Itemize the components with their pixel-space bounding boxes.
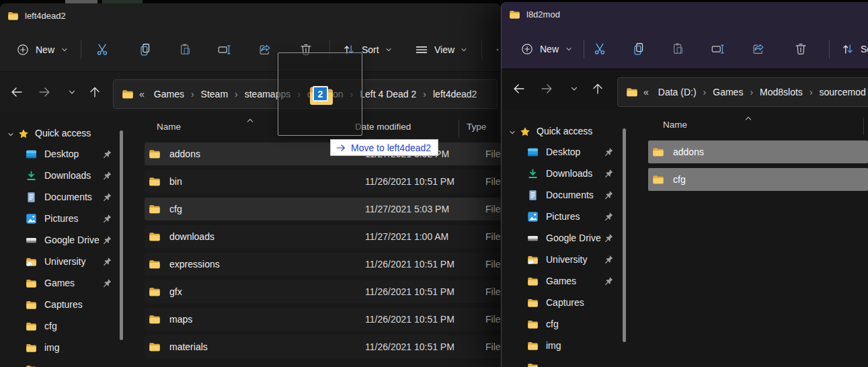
- sidebar-item[interactable]: cfg: [0, 315, 118, 337]
- cut-button[interactable]: [89, 38, 116, 62]
- back-button[interactable]: [509, 79, 529, 99]
- sidebar-item[interactable]: Downloads: [502, 163, 620, 184]
- breadcrumb-item[interactable]: Steam: [197, 89, 232, 99]
- file-type: File folder: [485, 204, 501, 214]
- breadcrumb-item[interactable]: Games: [709, 87, 747, 97]
- breadcrumb-item[interactable]: Games: [150, 89, 188, 99]
- file-row[interactable]: addons: [648, 140, 868, 163]
- sidebar-scrollbar[interactable]: [623, 128, 626, 342]
- sidebar-item[interactable]: University: [502, 249, 620, 270]
- sidebar-item[interactable]: Documents: [0, 186, 118, 208]
- sidebar-quick-access[interactable]: Quick access: [502, 124, 629, 141]
- breadcrumb-item[interactable]: Data (D:): [654, 87, 701, 97]
- breadcrumb-separator: [701, 87, 709, 97]
- column-divider[interactable]: [459, 120, 459, 137]
- sidebar-item[interactable]: University: [0, 251, 118, 272]
- file-row[interactable]: addons 11/27/2021 3:02 PM File folder: [145, 142, 501, 165]
- cut-button[interactable]: [586, 37, 613, 61]
- address-row: « Games Steam steamapps common Left: [0, 71, 501, 112]
- file-row[interactable]: bin 11/26/2021 10:51 PM File folder: [145, 170, 501, 193]
- breadcrumb-item[interactable]: Mod8slots: [756, 87, 807, 97]
- folder-icon: [626, 86, 638, 98]
- delete-button[interactable]: [787, 37, 814, 61]
- sidebar-item[interactable]: Pictures: [0, 208, 118, 229]
- sidebar-item[interactable]: Google Drive: [0, 229, 118, 251]
- column-header-name[interactable]: Name: [663, 120, 687, 130]
- folder-icon: [7, 10, 19, 22]
- sidebar-item[interactable]: Games: [502, 270, 620, 292]
- sidebar-item-icon: [26, 321, 37, 332]
- new-button[interactable]: New: [514, 37, 580, 61]
- sidebar-quick-access[interactable]: Quick access: [0, 126, 128, 143]
- share-button[interactable]: [745, 37, 772, 61]
- copy-button[interactable]: [625, 37, 652, 61]
- rename-button[interactable]: [211, 38, 238, 62]
- sidebar-item[interactable]: img: [502, 335, 620, 356]
- forward-button[interactable]: [34, 82, 54, 102]
- sidebar-item[interactable]: Documents: [502, 184, 620, 206]
- sidebar-item[interactable]: Captures: [502, 292, 620, 313]
- paste-button[interactable]: [665, 37, 692, 61]
- column-header-name[interactable]: Name: [157, 122, 181, 132]
- rename-icon: [711, 42, 725, 56]
- sidebar-item[interactable]: Desktop: [502, 141, 620, 163]
- file-row[interactable]: cfg: [648, 168, 868, 191]
- paste-button[interactable]: [172, 38, 199, 62]
- breadcrumb-overflow[interactable]: «: [139, 89, 145, 99]
- back-button[interactable]: [7, 82, 27, 102]
- breadcrumb-item[interactable]: left4dead2: [429, 89, 481, 99]
- file-row[interactable]: maps 11/26/2021 10:51 PM File folder: [145, 308, 501, 331]
- file-name: expressions: [169, 259, 220, 270]
- copy-button[interactable]: [132, 38, 159, 62]
- sidebar-item[interactable]: cfg: [502, 313, 620, 335]
- recent-locations-button[interactable]: [62, 82, 82, 102]
- file-name: cfg: [169, 204, 182, 214]
- sidebar-item[interactable]: [502, 356, 620, 367]
- file-name: maps: [169, 314, 192, 325]
- view-button-label: View: [434, 44, 455, 55]
- sidebar-scrollbar[interactable]: [120, 130, 123, 340]
- sidebar-item-label: Pictures: [546, 211, 580, 222]
- breadcrumb-overflow[interactable]: «: [643, 87, 649, 97]
- sidebar-item[interactable]: Desktop: [0, 143, 118, 165]
- file-row[interactable]: downloads 11/27/2021 1:00 AM File folder: [145, 225, 501, 248]
- titlebar[interactable]: left4dead2: [0, 3, 501, 28]
- share-icon: [258, 42, 272, 57]
- sidebar-item[interactable]: Google Drive: [502, 227, 620, 249]
- rename-button[interactable]: [705, 37, 732, 61]
- titlebar[interactable]: l8d2mod: [502, 2, 868, 27]
- file-row[interactable]: materials 11/26/2021 10:51 PM File folde…: [145, 335, 501, 358]
- up-button[interactable]: [85, 82, 105, 102]
- forward-button[interactable]: [537, 79, 557, 99]
- file-row[interactable]: cfg 11/27/2021 5:03 PM File folder: [145, 198, 501, 220]
- file-type: File folder: [485, 314, 501, 325]
- sidebar-item[interactable]: Downloads: [0, 165, 118, 186]
- file-row[interactable]: gfx 11/26/2021 10:51 PM File folder: [145, 280, 501, 303]
- sidebar-item[interactable]: Pictures: [502, 206, 620, 227]
- sidebar-item-icon: [527, 211, 539, 222]
- sidebar-item-label: Pictures: [44, 213, 79, 224]
- view-button[interactable]: View: [409, 38, 473, 62]
- recent-locations-button[interactable]: [564, 79, 584, 99]
- column-header-date[interactable]: Date modified: [355, 122, 411, 132]
- breadcrumb-item[interactable]: sourcemod: [816, 87, 868, 97]
- column-divider[interactable]: [863, 118, 864, 135]
- more-button[interactable]: [484, 38, 501, 62]
- sidebar-item[interactable]: [0, 358, 118, 367]
- share-button[interactable]: [251, 38, 278, 62]
- folder-icon: [149, 286, 161, 298]
- up-button[interactable]: [588, 79, 608, 99]
- address-bar[interactable]: « Data (D:) Games Mod8slots sourcemod: [617, 77, 868, 107]
- breadcrumb-item[interactable]: Left 4 Dead 2: [356, 89, 420, 99]
- breadcrumb-separator: [232, 89, 241, 99]
- folder-icon: [509, 9, 520, 20]
- sidebar-item-icon: [26, 278, 37, 289]
- sort-button[interactable]: Sort: [835, 37, 868, 61]
- folder-icon: [652, 173, 664, 186]
- sidebar-item[interactable]: Games: [0, 272, 118, 294]
- new-button[interactable]: New: [9, 38, 75, 62]
- sidebar-item[interactable]: Captures: [0, 294, 118, 315]
- sidebar-item[interactable]: img: [0, 337, 118, 358]
- file-row[interactable]: expressions 11/26/2021 10:51 PM File fol…: [145, 253, 501, 276]
- column-header-type[interactable]: Type: [467, 122, 486, 132]
